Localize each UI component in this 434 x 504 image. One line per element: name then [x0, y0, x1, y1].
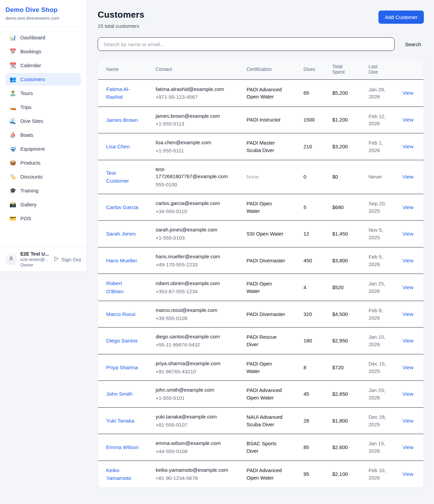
- sidebar-item-bookings[interactable]: 📅 Bookings: [5, 45, 81, 58]
- sidebar-item-trips[interactable]: 🚤 Trips: [5, 101, 81, 113]
- customer-email: hans.mueller@example.com: [156, 253, 230, 260]
- customer-name-link[interactable]: Hans Mueller: [106, 257, 139, 264]
- customer-name-link[interactable]: Diego Santos: [106, 337, 139, 344]
- user-role: Owner: [20, 262, 50, 267]
- customers-table: Name Contact Certification Dives Total S…: [98, 58, 424, 488]
- customer-certification: PADI Rescue Diver: [246, 333, 287, 348]
- search-input[interactable]: [98, 37, 395, 51]
- customer-last-dive: Jan 20, 2026: [369, 387, 389, 402]
- view-link[interactable]: View: [402, 444, 415, 451]
- customer-certification: SSI Open Water: [246, 230, 287, 238]
- sidebar-item-training[interactable]: 🎓 Training: [5, 184, 81, 197]
- sailboat-icon: ⛵: [9, 132, 16, 138]
- customer-last-dive: Nov 5, 2025: [369, 226, 389, 241]
- sidebar-item-label: Customers: [20, 76, 45, 82]
- view-link[interactable]: View: [402, 470, 415, 478]
- table-row: Marco Rossi marco.rossi@example.com +39-…: [98, 301, 423, 328]
- sidebar-item-boats[interactable]: ⛵ Boats: [5, 129, 81, 141]
- sign-out-button[interactable]: Sign Out: [53, 256, 81, 263]
- shop-subdomain: demo.test.divestreams.com: [5, 16, 81, 21]
- view-link[interactable]: View: [402, 337, 415, 344]
- customer-email: test-1772681807767@example.com: [156, 166, 230, 181]
- customer-name-link[interactable]: Keiko Yamamoto: [106, 466, 139, 482]
- contact-cell: priya.sharma@example.com +91-98765-43210: [156, 354, 246, 381]
- customer-name-link[interactable]: Lisa Chen: [106, 143, 139, 150]
- table-row: Sarah Jones sarah.jones@example.com +1-5…: [98, 221, 423, 247]
- view-link[interactable]: View: [402, 230, 415, 238]
- customer-dives: 85: [303, 444, 329, 451]
- customer-name-link[interactable]: Robert O'Brien: [106, 279, 139, 295]
- customer-total-spent: $1,800: [332, 417, 365, 425]
- customer-certification: PADI Divemaster: [246, 311, 287, 318]
- customer-name-link[interactable]: Sarah Jones: [106, 230, 139, 238]
- customer-dives: 45: [303, 390, 329, 398]
- customer-certification: PADI Open Water: [246, 360, 287, 375]
- view-link[interactable]: View: [402, 204, 415, 211]
- customer-name-link[interactable]: Fatima Al-Rashid: [106, 85, 139, 101]
- sidebar-item-products[interactable]: 📦 Products: [5, 156, 81, 169]
- customer-name-link[interactable]: Test Customer: [106, 169, 139, 185]
- search-button[interactable]: Search: [402, 39, 424, 49]
- view-link[interactable]: View: [402, 89, 415, 97]
- sidebar-item-gallery[interactable]: 📸 Gallery: [5, 198, 81, 211]
- customer-name-link[interactable]: John Smith: [106, 390, 139, 398]
- user-info: E2E Test U... e2e-tester@... Owner: [20, 251, 50, 267]
- table-row: Priya Sharma priya.sharma@example.com +9…: [98, 354, 423, 381]
- column-header-dives: Dives: [303, 63, 332, 75]
- sidebar-item-tours[interactable]: 🏝️ Tours: [5, 87, 81, 99]
- table-row: Test Customer test-1772681807767@example…: [98, 160, 423, 194]
- customer-phone: +81-90-1234-5678: [156, 474, 243, 482]
- sign-out-label: Sign Out: [61, 257, 81, 262]
- sidebar-item-label: Equipment: [20, 146, 45, 152]
- customer-dives: 0: [303, 173, 329, 181]
- customer-phone: +44-555-0108: [156, 448, 243, 455]
- view-link[interactable]: View: [402, 417, 415, 425]
- view-link[interactable]: View: [402, 257, 415, 264]
- shop-header: Demo Dive Shop demo.test.divestreams.com: [0, 0, 86, 26]
- view-link[interactable]: View: [402, 364, 415, 371]
- customer-name-link[interactable]: Marco Rossi: [106, 310, 139, 318]
- customer-total-spent: $4,500: [332, 311, 365, 318]
- table-row: Yuki Tanaka yuki.tanaka@example.com +81-…: [98, 408, 423, 434]
- customer-name-link[interactable]: Emma Wilson: [106, 443, 139, 451]
- customer-dives: 95: [303, 470, 329, 478]
- customer-name-link[interactable]: James Brown: [106, 116, 139, 124]
- view-link[interactable]: View: [402, 390, 415, 398]
- sidebar-item-pos[interactable]: 💳 POS: [5, 212, 81, 225]
- customer-name-link[interactable]: Priya Sharma: [106, 363, 139, 371]
- customer-certification: PADI Open Water: [246, 280, 287, 295]
- view-link[interactable]: View: [402, 311, 415, 318]
- sidebar-item-dashboard[interactable]: 📊 Dashboard: [5, 31, 81, 44]
- view-link[interactable]: View: [402, 116, 415, 124]
- sidebar-item-label: Trips: [20, 104, 32, 110]
- customer-certification: PADI Advanced Open Water: [246, 387, 287, 402]
- sidebar-item-calendar[interactable]: 📆 Calendar: [5, 59, 81, 72]
- sidebar-item-equipment[interactable]: 🤿 Equipment: [5, 143, 81, 155]
- customer-email: sarah.jones@example.com: [156, 226, 230, 234]
- sidebar-item-discounts[interactable]: 🏷️ Discounts: [5, 170, 81, 183]
- add-customer-button[interactable]: Add Customer: [378, 11, 424, 24]
- contact-cell: lisa.chen@example.com +1-555-0111: [156, 133, 246, 160]
- bar-chart-icon: 📊: [9, 35, 16, 40]
- customer-email: lisa.chen@example.com: [156, 139, 230, 146]
- view-link[interactable]: View: [402, 143, 415, 150]
- sidebar-item-dive-sites[interactable]: 🌊 Dive Sites: [5, 115, 81, 127]
- customer-phone: +81-555-0107: [156, 421, 243, 429]
- shop-title: Demo Dive Shop: [5, 6, 81, 14]
- customer-dives: 4: [303, 284, 329, 291]
- table-row: Robert O'Brien robert.obrien@example.com…: [98, 274, 423, 301]
- customer-phone: +49-170-555-2233: [156, 261, 243, 268]
- customer-dives: 180: [303, 337, 329, 344]
- island-icon: 🏝️: [9, 91, 16, 96]
- customer-name-link[interactable]: Yuki Tanaka: [106, 417, 139, 425]
- column-header-contact: Contact: [156, 63, 246, 75]
- view-link[interactable]: View: [402, 284, 415, 291]
- contact-cell: keiko.yamamoto@example.com +81-90-1234-5…: [156, 461, 246, 487]
- table-row: Fatima Al-Rashid fatima.alrashid@example…: [98, 80, 423, 107]
- table-body: Fatima Al-Rashid fatima.alrashid@example…: [98, 80, 423, 487]
- user-section: E2E Test U... e2e-tester@... Owner Sign …: [0, 247, 86, 272]
- sidebar-item-label: POS: [20, 216, 31, 221]
- view-link[interactable]: View: [402, 173, 415, 181]
- sidebar-item-customers[interactable]: 👥 Customers: [5, 73, 81, 86]
- customer-name-link[interactable]: Carlos Garcia: [106, 203, 139, 211]
